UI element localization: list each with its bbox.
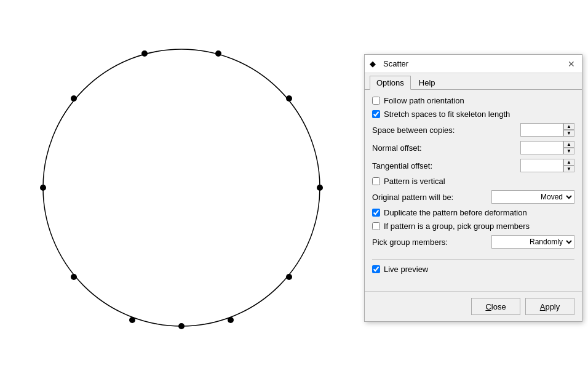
apply-label: Apply [540,302,560,311]
svg-point-9 [129,317,135,323]
original-pattern-row: Original pattern will be: Moved Copied D… [372,190,574,204]
live-preview-checkbox[interactable] [372,265,380,273]
svg-point-10 [228,317,234,323]
pick-group-label: Pick group members: [372,238,448,247]
pick-group-select[interactable]: Randomly In order Reverse order [491,235,574,249]
tangential-offset-label: Tangential offset: [372,161,432,170]
normal-offset-spinner: 0.0 ▲ ▼ [520,141,574,154]
tabs: Options Help [365,73,582,90]
pattern-vertical-row: Pattern is vertical [372,177,574,186]
original-pattern-label: Original pattern will be: [372,193,453,202]
tangential-offset-input[interactable]: 0.0 [520,159,563,172]
title-bar: ◆ Scatter ✕ [365,55,582,73]
tab-help[interactable]: Help [412,76,442,89]
svg-point-0 [43,49,320,326]
dialog: ◆ Scatter ✕ Options Help Follow path ori… [364,54,582,322]
stretch-spaces-label: Stretch spaces to fit skeleton length [384,110,510,119]
svg-point-2 [215,50,221,57]
close-label: Close [485,302,506,311]
live-preview-label: Live preview [384,265,428,274]
original-pattern-select[interactable]: Moved Copied Deleted [491,190,574,204]
follow-path-row: Follow path orientation [372,96,574,105]
normal-offset-down[interactable]: ▼ [563,148,574,154]
follow-path-checkbox[interactable] [372,97,380,105]
follow-path-label: Follow path orientation [384,96,464,105]
space-between-spin-buttons: ▲ ▼ [563,123,574,137]
duplicate-pattern-label: Duplicate the pattern before deformation [384,208,527,217]
svg-point-4 [71,95,77,102]
space-between-spinner: 45.0 ▲ ▼ [520,123,574,137]
title-left: ◆ Scatter [370,59,408,69]
close-button[interactable]: ✕ [566,58,577,70]
tangential-offset-row: Tangential offset: 0.0 ▲ ▼ [372,159,574,172]
svg-point-6 [40,185,46,191]
pattern-vertical-checkbox[interactable] [372,177,380,185]
pick-group-select-control: Randomly In order Reverse order [491,235,574,249]
duplicate-pattern-row: Duplicate the pattern before deformation [372,208,574,217]
tangential-offset-spinner: 0.0 ▲ ▼ [520,159,574,172]
svg-point-5 [317,185,323,191]
tangential-offset-down[interactable]: ▼ [563,166,574,172]
normal-offset-input[interactable]: 0.0 [520,141,563,154]
if-pattern-group-checkbox[interactable] [372,222,380,230]
normal-offset-spin-buttons: ▲ ▼ [563,141,574,154]
normal-offset-up[interactable]: ▲ [563,141,574,148]
footer: Close Apply [365,291,582,321]
if-pattern-group-row: If pattern is a group, pick group member… [372,222,574,231]
space-between-down[interactable]: ▼ [563,130,574,137]
svg-point-11 [178,323,185,329]
pattern-vertical-label: Pattern is vertical [384,177,445,186]
space-between-row: Space between copies: 45.0 ▲ ▼ [372,123,574,137]
if-pattern-group-label: If pattern is a group, pick group member… [384,222,530,231]
svg-point-1 [141,50,148,57]
dialog-content: Follow path orientation Stretch spaces t… [365,90,582,259]
stretch-spaces-checkbox[interactable] [372,110,380,118]
svg-point-8 [71,274,77,280]
tab-options[interactable]: Options [370,76,411,90]
normal-offset-label: Normal offset: [372,143,422,153]
live-preview-row: Live preview [365,265,582,274]
duplicate-pattern-checkbox[interactable] [372,209,380,217]
pick-group-row: Pick group members: Randomly In order Re… [372,235,574,249]
stretch-spaces-row: Stretch spaces to fit skeleton length [372,110,574,119]
canvas-area [0,0,363,376]
space-between-label: Space between copies: [372,126,455,135]
dialog-title: Scatter [383,59,408,68]
space-between-up[interactable]: ▲ [563,123,574,130]
tangential-offset-spin-buttons: ▲ ▼ [563,159,574,172]
close-button-footer[interactable]: Close [471,298,520,315]
space-between-input[interactable]: 45.0 [520,123,563,137]
svg-point-3 [286,95,292,102]
original-pattern-select-control: Moved Copied Deleted [491,190,574,204]
apply-button[interactable]: Apply [525,298,574,315]
svg-point-7 [286,274,292,280]
normal-offset-row: Normal offset: 0.0 ▲ ▼ [372,141,574,154]
tangential-offset-up[interactable]: ▲ [563,159,574,166]
scatter-icon: ◆ [370,59,379,69]
canvas-svg [18,18,344,357]
